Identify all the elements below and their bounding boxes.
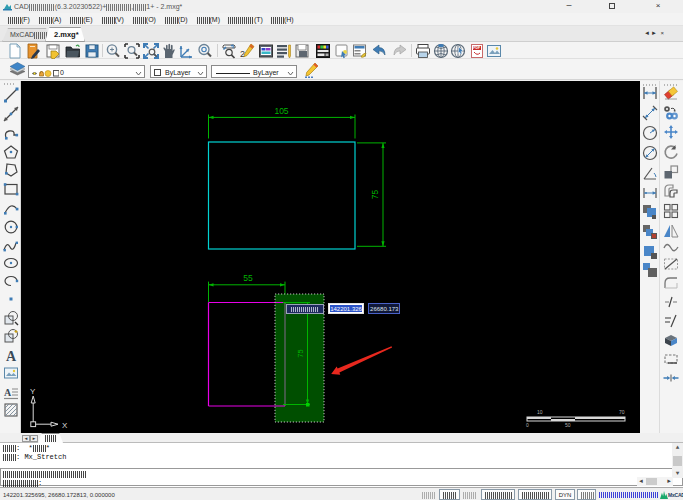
svg-text:70: 70	[619, 409, 625, 415]
svg-text:0: 0	[526, 422, 529, 428]
svg-text:PDF: PDF	[473, 46, 481, 50]
svg-text:10: 10	[537, 409, 543, 415]
svg-text:2: 2	[240, 49, 245, 59]
svg-text:75: 75	[296, 349, 305, 357]
svg-text:55: 55	[243, 273, 253, 283]
svg-text:A: A	[4, 387, 12, 398]
svg-text:A: A	[6, 349, 17, 363]
svg-text:50: 50	[565, 422, 571, 428]
svg-text:X: X	[62, 421, 68, 430]
svg-text:Y: Y	[30, 387, 36, 396]
svg-text:105: 105	[274, 106, 288, 116]
svg-text:75: 75	[370, 190, 380, 200]
